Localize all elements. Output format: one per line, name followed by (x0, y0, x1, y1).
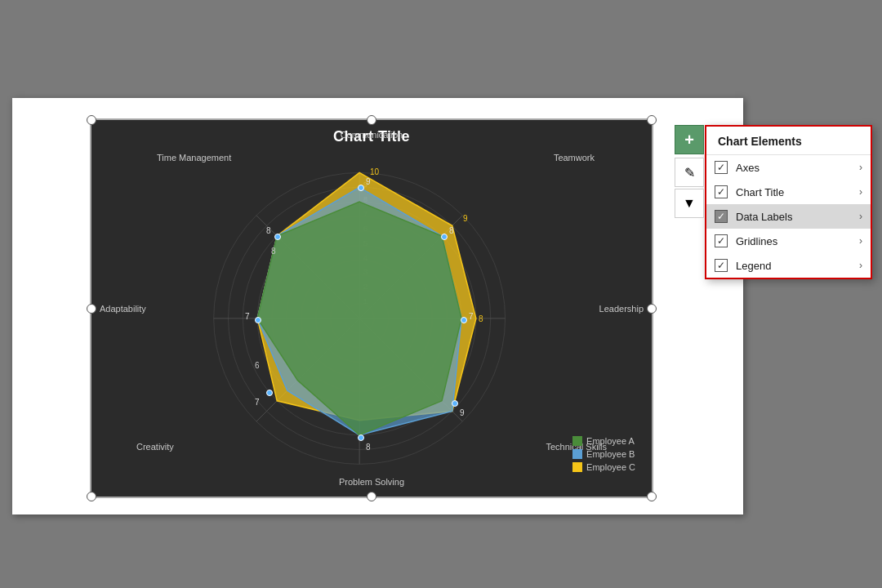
legend-checkbox[interactable] (715, 259, 728, 272)
panel-item-chart-title[interactable]: Chart Title › (706, 180, 871, 204)
legend-label-a: Employee A (586, 436, 635, 446)
axis-label-teamwork: Teamwork (554, 153, 595, 163)
panel-item-gridlines[interactable]: Gridlines › (706, 229, 871, 253)
label-b-team: 8 (449, 226, 454, 235)
legend-label-b: Employee B (586, 449, 635, 459)
dot-b-creat (266, 390, 273, 396)
legend-label-c: Employee C (586, 462, 635, 472)
chart-title-checkbox[interactable] (715, 185, 728, 198)
handle-br[interactable] (647, 492, 657, 501)
axes-arrow: › (859, 162, 862, 173)
legend-color-b (572, 449, 582, 459)
axes-checkbox[interactable] (715, 161, 728, 174)
add-element-button[interactable]: + (675, 125, 704, 154)
handle-mr[interactable] (647, 304, 657, 314)
chart-title-arrow: › (859, 186, 862, 198)
label-b-prob: 8 (366, 443, 371, 452)
label-b-adapt: 7 (245, 312, 250, 321)
legend-color-c (572, 462, 582, 472)
axis-label-adaptability: Adaptability (100, 304, 146, 314)
label-b-lead: 7 (469, 312, 474, 321)
gridlines-checkbox[interactable] (715, 234, 728, 247)
filter-button[interactable]: ▼ (675, 189, 704, 218)
gridlines-label: Gridlines (736, 235, 859, 247)
label-b-time: 8 (266, 226, 271, 235)
dot-b-team (441, 234, 448, 240)
axis-label-communication: Communication (341, 130, 403, 140)
panel-item-data-labels[interactable]: Data Labels › (706, 204, 871, 229)
chart-elements-panel: Chart Elements Axes › Chart Title › Data… (705, 125, 872, 279)
axis-label-creativity: Creativity (136, 442, 174, 452)
plus-icon: + (684, 131, 694, 148)
chart-title-label: Chart Title (736, 186, 859, 198)
handle-tm[interactable] (367, 115, 376, 125)
legend-label: Legend (736, 260, 859, 272)
label-c-comm: 10 (370, 167, 379, 176)
dot-b-comm (358, 185, 364, 191)
data-labels-label: Data Labels (736, 211, 859, 223)
gridlines-arrow: › (859, 235, 862, 247)
axis-label-timemanagement: Time Management (157, 153, 231, 163)
chart-legend: Employee A Employee B Employee C (572, 436, 635, 472)
chart-area[interactable]: 1 2 3 4 5 6 7 8 9 Chart Title Communi (90, 118, 653, 498)
legend-item-a: Employee A (572, 436, 635, 446)
legend-arrow: › (859, 260, 862, 271)
label-b-creat: 7 (255, 398, 260, 407)
label-c-team: 9 (463, 214, 468, 223)
panel-item-legend[interactable]: Legend › (706, 253, 871, 278)
pencil-icon: ✎ (684, 165, 695, 180)
axis-label-leadership: Leadership (599, 304, 644, 314)
dot-b-prob (358, 434, 364, 441)
style-button[interactable]: ✎ (675, 158, 704, 187)
handle-tr[interactable] (647, 115, 657, 125)
handle-tl[interactable] (87, 115, 96, 125)
dot-b-tech (452, 400, 458, 407)
legend-color-a (572, 436, 582, 446)
panel-title: Chart Elements (706, 127, 871, 155)
legend-item-c: Employee C (572, 462, 635, 472)
label-a-time: 8 (271, 247, 276, 256)
dot-b-adapt (255, 317, 261, 323)
label-b-tech: 9 (460, 408, 465, 417)
filter-icon: ▼ (683, 196, 696, 211)
handle-bm[interactable] (367, 492, 376, 501)
axis-label-problem: Problem Solving (339, 477, 404, 487)
label-c-lead: 8 (479, 314, 483, 323)
data-labels-checkbox[interactable] (715, 210, 728, 223)
label-b-comm: 9 (366, 177, 371, 186)
label-a-creat: 6 (255, 361, 260, 370)
panel-item-axes[interactable]: Axes › (706, 155, 871, 180)
handle-bl[interactable] (87, 492, 96, 501)
data-labels-arrow: › (859, 211, 862, 222)
dot-b-time (274, 234, 281, 240)
dot-b-lead (461, 317, 467, 323)
radar-chart: 1 2 3 4 5 6 7 8 9 (91, 120, 652, 497)
legend-item-b: Employee B (572, 449, 635, 459)
handle-ml[interactable] (87, 304, 96, 314)
axes-label: Axes (736, 162, 859, 174)
